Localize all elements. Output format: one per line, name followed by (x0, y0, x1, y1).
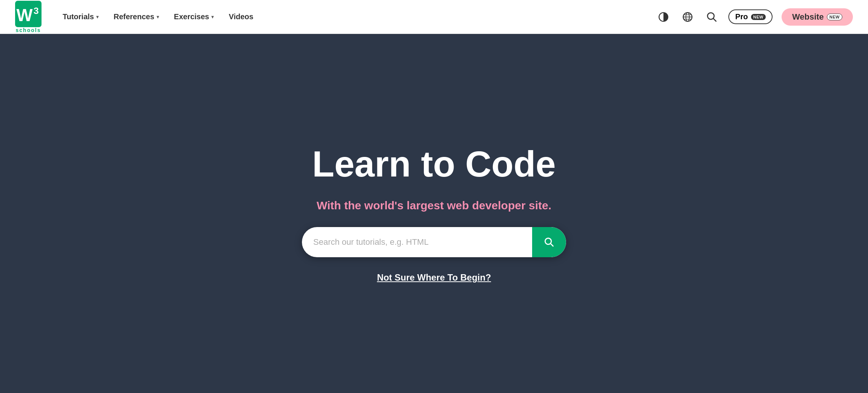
svg-text:W: W (17, 6, 33, 25)
references-label: References (114, 12, 154, 21)
nav-links: Tutorials ▾ References ▾ Exercises ▾ Vid… (57, 9, 656, 24)
search-container (302, 227, 566, 257)
hero-subtitle: With the world's largest web developer s… (317, 199, 551, 212)
pro-label: Pro (735, 12, 748, 21)
nav-right: Pro NEW Website NEW (656, 8, 853, 26)
language-button[interactable] (680, 9, 695, 25)
tutorials-label: Tutorials (63, 12, 94, 21)
search-submit-button[interactable] (532, 227, 566, 257)
svg-text:3: 3 (34, 6, 39, 16)
website-button[interactable]: Website NEW (782, 8, 853, 26)
contrast-icon (658, 12, 669, 22)
nav-item-videos[interactable]: Videos (223, 9, 259, 24)
search-submit-icon (544, 237, 554, 247)
w3-logo-icon: W 3 (15, 1, 42, 27)
logo-schools-text: schools (16, 27, 41, 33)
nav-item-tutorials[interactable]: Tutorials ▾ (57, 9, 105, 24)
svg-line-10 (714, 18, 716, 21)
exercises-label: Exercises (174, 12, 209, 21)
references-arrow-icon: ▾ (157, 14, 159, 20)
navbar: W 3 schools Tutorials ▾ References ▾ Exe… (0, 0, 868, 34)
logo[interactable]: W 3 schools (15, 1, 42, 33)
search-input[interactable] (302, 227, 532, 257)
globe-icon (682, 12, 693, 22)
exercises-arrow-icon: ▾ (211, 14, 214, 20)
contrast-button[interactable] (656, 9, 671, 25)
svg-line-12 (551, 244, 553, 246)
pro-new-badge: NEW (751, 14, 766, 20)
hero-title: Learn to Code (312, 144, 556, 184)
not-sure-link[interactable]: Not Sure Where To Begin? (377, 272, 491, 283)
search-icon (706, 11, 717, 23)
hero-section: Learn to Code With the world's largest w… (0, 34, 868, 393)
tutorials-arrow-icon: ▾ (96, 14, 98, 20)
website-label: Website (792, 12, 824, 22)
search-button[interactable] (704, 9, 719, 25)
website-new-badge: NEW (827, 14, 842, 20)
nav-item-exercises[interactable]: Exercises ▾ (168, 9, 220, 24)
videos-label: Videos (229, 12, 253, 21)
pro-button[interactable]: Pro NEW (728, 9, 773, 24)
nav-item-references[interactable]: References ▾ (108, 9, 165, 24)
